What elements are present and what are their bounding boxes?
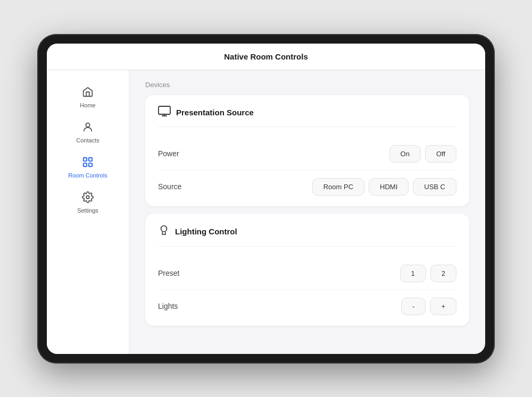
sidebar-item-settings[interactable]: Settings	[64, 186, 112, 218]
svg-rect-1	[84, 157, 87, 161]
sidebar-item-room-controls[interactable]: Room Controls	[64, 151, 112, 183]
settings-icon	[82, 191, 94, 205]
svg-rect-6	[159, 106, 170, 114]
svg-rect-3	[84, 163, 87, 166]
top-bar: Native Room Controls	[47, 44, 485, 70]
card-header-presentation: Presentation Source	[158, 106, 456, 127]
contacts-icon	[82, 121, 94, 135]
presentation-source-title: Presentation Source	[176, 108, 254, 117]
svg-point-0	[86, 123, 89, 126]
page-title: Native Room Controls	[224, 52, 308, 61]
sidebar-item-label-home: Home	[80, 102, 95, 108]
preset-label: Preset	[158, 269, 179, 277]
lights-button-group: - +	[401, 298, 456, 315]
power-button-group: On Off	[389, 145, 456, 163]
main-content: Devices Presentation Source	[129, 70, 485, 354]
sidebar-item-label-settings: Settings	[77, 207, 98, 214]
power-off-button[interactable]: Off	[425, 145, 456, 163]
source-hdmi-button[interactable]: HDMI	[369, 178, 409, 196]
source-button-group: Room PC HDMI USB C	[312, 178, 456, 196]
lights-increase-button[interactable]: +	[430, 298, 456, 315]
svg-rect-4	[89, 163, 92, 166]
lights-decrease-button[interactable]: -	[401, 298, 426, 315]
sidebar-item-label-room-controls: Room Controls	[68, 172, 107, 179]
preset-1-button[interactable]: 1	[400, 265, 426, 282]
source-roompc-button[interactable]: Room PC	[312, 178, 364, 196]
lights-label: Lights	[158, 302, 178, 310]
lighting-icon	[158, 224, 170, 239]
preset-button-group: 1 2	[400, 265, 456, 282]
sidebar-item-contacts[interactable]: Contacts	[64, 116, 112, 148]
lights-control-row: Lights - +	[158, 290, 456, 315]
sidebar-item-label-contacts: Contacts	[76, 137, 99, 143]
app-body: Home Contacts	[47, 70, 485, 354]
svg-point-5	[86, 196, 89, 199]
source-control-row: Source Room PC HDMI USB C	[158, 171, 456, 196]
source-label: Source	[158, 182, 181, 191]
lighting-control-card: Lighting Control Preset 1 2 Lights	[145, 214, 469, 326]
power-on-button[interactable]: On	[389, 145, 421, 163]
home-icon	[82, 86, 94, 100]
sidebar: Home Contacts	[47, 70, 129, 354]
lighting-control-title: Lighting Control	[175, 227, 237, 236]
card-header-lighting: Lighting Control	[158, 224, 456, 247]
device-screen: Native Room Controls Home	[47, 44, 485, 354]
sidebar-item-home[interactable]: Home	[64, 81, 112, 113]
room-controls-icon	[82, 156, 94, 170]
svg-rect-2	[89, 157, 92, 161]
preset-2-button[interactable]: 2	[430, 265, 456, 282]
source-usbc-button[interactable]: USB C	[413, 178, 456, 196]
power-control-row: Power On Off	[158, 138, 456, 171]
monitor-icon	[158, 106, 171, 119]
presentation-source-card: Presentation Source Power On Off Source	[145, 95, 469, 206]
preset-control-row: Preset 1 2	[158, 257, 456, 290]
device-frame: Native Room Controls Home	[37, 34, 495, 364]
devices-label: Devices	[145, 81, 469, 89]
power-label: Power	[158, 149, 179, 158]
